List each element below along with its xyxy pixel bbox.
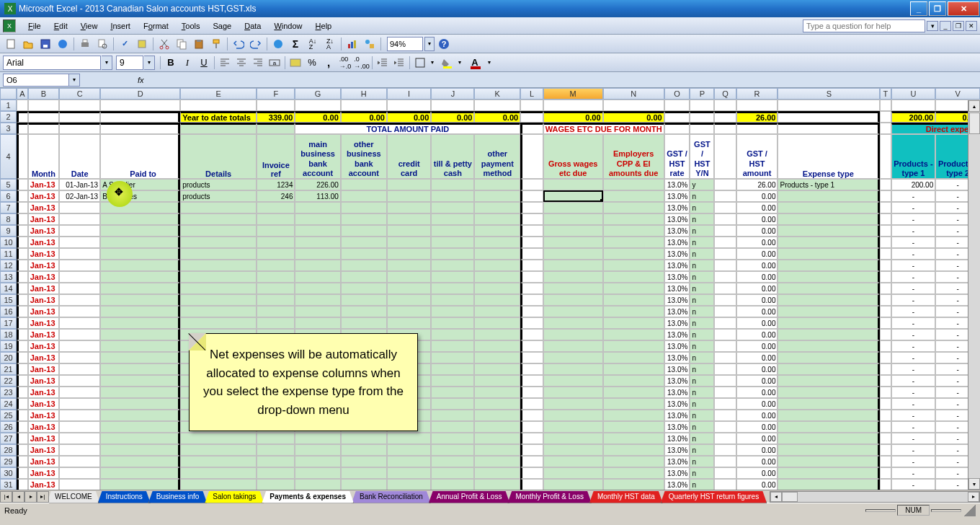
decrease-indent-icon[interactable] [375, 55, 391, 71]
sort-asc-icon[interactable]: A↓Z [305, 36, 321, 52]
minimize-button[interactable]: _ [910, 1, 927, 16]
decrease-decimal-icon[interactable]: .0→.00 [354, 55, 370, 71]
workbook-control-icon[interactable]: X [3, 19, 16, 32]
col-header-M[interactable]: M [543, 88, 603, 100]
col-header-Q[interactable]: Q [714, 88, 736, 100]
sheet-tab-quarterly-hst-return-figures[interactable]: Quarterly HST return figures [661, 491, 767, 503]
hyperlink-icon[interactable] [270, 36, 286, 52]
fill-color-icon[interactable] [440, 55, 455, 71]
col-header-T[interactable]: T [880, 88, 891, 100]
row-header-1[interactable]: 1 [0, 100, 17, 111]
font-size-box[interactable]: 9 [116, 56, 143, 70]
help-search-input[interactable] [803, 19, 925, 32]
align-left-icon[interactable] [217, 55, 233, 71]
fill-dropdown[interactable]: ▾ [456, 56, 463, 70]
hscroll-thumb[interactable] [782, 492, 798, 502]
menu-sage[interactable]: Sage [206, 19, 238, 32]
active-cell[interactable] [543, 190, 603, 202]
col-header-F[interactable]: F [257, 88, 295, 100]
doc-minimize-button[interactable]: _ [940, 21, 951, 31]
research-icon[interactable] [134, 36, 150, 52]
hscroll-left-button[interactable]: ◂ [770, 492, 782, 502]
col-header-V[interactable]: V [935, 88, 980, 100]
scroll-down-button[interactable]: ▾ [968, 478, 980, 490]
spelling-icon[interactable]: ✓ [117, 36, 133, 52]
increase-decimal-icon[interactable]: .00→.0 [337, 55, 353, 71]
horizontal-scrollbar[interactable]: ◂ ▸ [770, 491, 980, 503]
align-center-icon[interactable] [233, 55, 249, 71]
menu-view[interactable]: View [74, 19, 104, 32]
menu-file[interactable]: File [22, 19, 48, 32]
increase-indent-icon[interactable] [391, 55, 407, 71]
sheet-tab-annual-profit-loss[interactable]: Annual Profit & Loss [429, 491, 510, 503]
hscroll-right-button[interactable]: ▸ [968, 492, 979, 502]
tab-last-button[interactable]: ▸| [37, 491, 49, 503]
sheet-tab-payments-expenses[interactable]: Payments & expenses [262, 491, 354, 503]
resize-grip-icon[interactable] [964, 505, 976, 516]
col-header-A[interactable]: A [17, 88, 28, 100]
autosum-icon[interactable]: Σ [288, 36, 303, 52]
col-header-G[interactable]: G [295, 88, 340, 100]
tab-prev-button[interactable]: ◂ [12, 491, 24, 503]
permission-icon[interactable] [55, 36, 71, 52]
col-header-R[interactable]: R [736, 88, 778, 100]
maximize-button[interactable]: ❐ [929, 1, 946, 16]
underline-icon[interactable]: U [196, 55, 212, 71]
copy-icon[interactable] [174, 36, 190, 52]
bold-icon[interactable]: B [163, 55, 179, 71]
drawing-icon[interactable] [362, 36, 378, 52]
paste-icon[interactable] [191, 36, 207, 52]
menu-insert[interactable]: Insert [104, 19, 137, 32]
undo-icon[interactable] [231, 36, 246, 52]
borders-icon[interactable] [412, 55, 428, 71]
name-box-dropdown[interactable]: ▾ [69, 74, 80, 87]
vertical-scrollbar[interactable]: ▴ ▾ [968, 100, 980, 490]
select-all-corner[interactable] [0, 88, 17, 100]
col-header-E[interactable]: E [180, 88, 257, 100]
col-header-I[interactable]: I [387, 88, 431, 100]
borders-dropdown[interactable]: ▾ [429, 56, 436, 70]
font-color-dropdown[interactable]: ▾ [486, 56, 493, 70]
new-icon[interactable] [3, 36, 19, 52]
chart-wizard-icon[interactable] [344, 36, 360, 52]
menu-data[interactable]: Data [238, 19, 267, 32]
col-header-K[interactable]: K [474, 88, 520, 100]
formula-input[interactable] [148, 74, 980, 87]
print-preview-icon[interactable] [94, 36, 110, 52]
sheet-tab-bank-reconciliation[interactable]: Bank Reconciliation [352, 491, 431, 503]
zoom-dropdown[interactable]: ▾ [424, 37, 435, 51]
spreadsheet-grid[interactable]: ABCDEFGHIJKLMNOPQRSTUV12Year to date tot… [0, 88, 980, 490]
menu-format[interactable]: Format [137, 19, 175, 32]
sheet-tab-business-info[interactable]: Business info [148, 491, 207, 503]
scroll-up-button[interactable]: ▴ [968, 100, 980, 112]
col-header-C[interactable]: C [59, 88, 100, 100]
font-dropdown[interactable]: ▾ [102, 56, 112, 70]
sheet-tab-monthly-profit-loss[interactable]: Monthly Profit & Loss [507, 491, 591, 503]
sheet-tab-salon-takings[interactable]: Salon takings [205, 491, 264, 503]
col-header-D[interactable]: D [100, 88, 180, 100]
comma-icon[interactable]: , [321, 55, 337, 71]
tab-next-button[interactable]: ▸ [24, 491, 37, 503]
tab-first-button[interactable]: |◂ [0, 491, 12, 503]
col-header-N[interactable]: N [603, 88, 664, 100]
size-dropdown[interactable]: ▾ [144, 56, 155, 70]
menu-help[interactable]: Help [309, 19, 339, 32]
col-header-B[interactable]: B [28, 88, 60, 100]
close-button[interactable]: ✕ [948, 1, 979, 16]
open-icon[interactable] [20, 36, 36, 52]
menu-window[interactable]: Window [267, 19, 308, 32]
merge-center-icon[interactable]: a [267, 55, 282, 71]
percent-icon[interactable]: % [304, 55, 320, 71]
col-header-O[interactable]: O [664, 88, 690, 100]
zoom-box[interactable]: 94% [387, 37, 423, 51]
col-header-J[interactable]: J [431, 88, 474, 100]
col-header-U[interactable]: U [891, 88, 936, 100]
save-icon[interactable] [37, 36, 53, 52]
sheet-tab-monthly-hst-data[interactable]: Monthly HST data [589, 491, 663, 503]
italic-icon[interactable]: I [179, 55, 195, 71]
format-painter-icon[interactable] [208, 36, 224, 52]
help-icon[interactable]: ? [436, 36, 452, 52]
menu-edit[interactable]: Edit [48, 19, 74, 32]
vscroll-thumb[interactable] [969, 112, 980, 134]
col-header-L[interactable]: L [520, 88, 543, 100]
